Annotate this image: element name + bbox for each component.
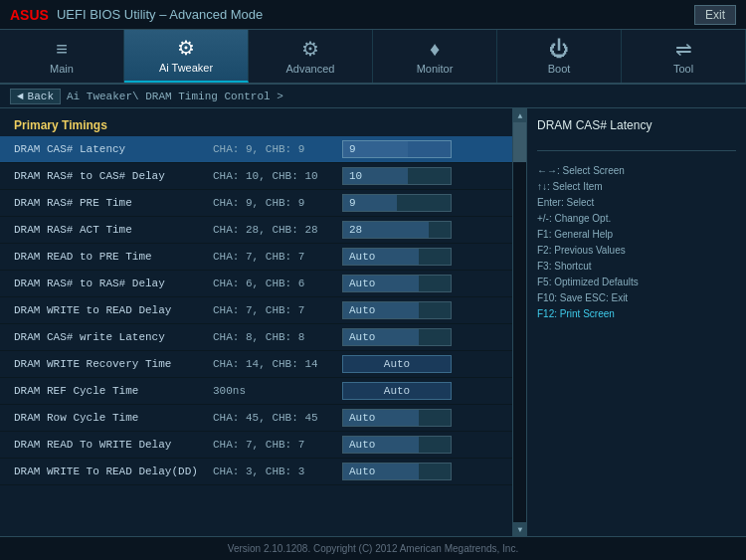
footer-text: Version 2.10.1208. Copyright (C) 2012 Am…	[228, 543, 518, 554]
nav-tab-label-ai-tweaker: Ai Tweaker	[159, 62, 213, 74]
right-panel: DRAM CAS# Latency ←→: Select Screen↑↓: S…	[527, 108, 746, 536]
nav-tab-label-advanced: Advanced	[286, 63, 335, 75]
value-button[interactable]: Auto	[342, 355, 452, 373]
value-text: 10	[349, 170, 362, 182]
help-item: F1: General Help	[537, 227, 736, 243]
nav-tab-advanced[interactable]: ⚙ Advanced	[249, 30, 373, 83]
header-title: UEFI BIOS Utility – Advanced Mode	[57, 7, 263, 22]
timing-value: Auto	[342, 436, 512, 454]
timing-name: DRAM WRITE To READ Delay(DD)	[14, 466, 213, 477]
nav-tab-label-boot: Boot	[548, 63, 571, 75]
right-divider	[537, 150, 736, 151]
table-row[interactable]: DRAM RAS# PRE Time CHA: 9, CHB: 9 9	[0, 190, 526, 217]
timing-name: DRAM RAS# to CAS# Delay	[14, 170, 213, 182]
timing-value: Auto	[342, 463, 512, 480]
table-row[interactable]: DRAM Row Cycle Time CHA: 45, CHB: 45 Aut…	[0, 405, 526, 432]
timing-name: DRAM RAS# to RAS# Delay	[14, 278, 213, 289]
left-panel: Primary Timings DRAM CAS# Latency CHA: 9…	[0, 108, 527, 536]
help-item: F12: Print Screen	[537, 306, 736, 322]
timing-name: DRAM Row Cycle Time	[14, 412, 213, 424]
nav-tab-ai-tweaker[interactable]: ⚙ Ai Tweaker	[124, 30, 249, 83]
table-row[interactable]: DRAM CAS# Latency CHA: 9, CHB: 9 9	[0, 136, 526, 163]
value-text: Auto	[349, 466, 375, 477]
main-content: Primary Timings DRAM CAS# Latency CHA: 9…	[0, 108, 746, 536]
nav-tab-main[interactable]: ≡ Main	[0, 30, 124, 83]
value-bar: Auto	[342, 463, 452, 480]
timing-cha: CHA: 28, CHB: 28	[213, 224, 342, 236]
timing-name: DRAM CAS# Latency	[14, 143, 213, 155]
timing-value: 28	[342, 221, 512, 239]
scrollbar[interactable]: ▲ ▼	[512, 108, 526, 536]
timing-value: Auto	[342, 382, 512, 400]
breadcrumb-path: Ai Tweaker\ DRAM Timing Control >	[67, 91, 283, 102]
nav-tab-icon-ai-tweaker: ⚙	[177, 38, 195, 58]
timing-cha: CHA: 7, CHB: 7	[213, 251, 342, 263]
value-bar: Auto	[342, 248, 452, 266]
scroll-down-arrow[interactable]: ▼	[513, 522, 527, 536]
nav-tab-monitor[interactable]: ♦ Monitor	[373, 30, 497, 83]
nav-tab-boot[interactable]: ⏻ Boot	[497, 30, 622, 83]
value-button[interactable]: Auto	[342, 382, 452, 400]
help-item: F2: Previous Values	[537, 243, 736, 259]
value-bar: Auto	[342, 328, 452, 346]
timing-cha: CHA: 9, CHB: 9	[213, 197, 342, 209]
help-item: Enter: Select	[537, 195, 736, 211]
table-row[interactable]: DRAM WRITE Recovery Time CHA: 14, CHB: 1…	[0, 351, 526, 378]
timing-value: 9	[342, 194, 512, 212]
timing-name: DRAM CAS# write Latency	[14, 331, 213, 343]
timing-name: DRAM READ To WRITE Delay	[14, 439, 213, 451]
timing-value: Auto	[342, 355, 512, 373]
left-panel-inner: Primary Timings DRAM CAS# Latency CHA: 9…	[0, 108, 526, 491]
scroll-track	[513, 122, 526, 522]
value-text: Auto	[349, 278, 375, 289]
breadcrumb: ◄ Back Ai Tweaker\ DRAM Timing Control >	[0, 85, 746, 108]
nav-tab-label-monitor: Monitor	[417, 63, 454, 75]
table-row[interactable]: DRAM RAS# ACT Time CHA: 28, CHB: 28 28	[0, 217, 526, 244]
header-logo: ASUS UEFI BIOS Utility – Advanced Mode	[10, 7, 263, 23]
value-text: Auto	[349, 251, 375, 263]
table-row[interactable]: DRAM CAS# write Latency CHA: 8, CHB: 8 A…	[0, 324, 526, 351]
nav-tab-icon-monitor: ♦	[430, 39, 440, 59]
nav-tab-tool[interactable]: ⇌ Tool	[622, 30, 746, 83]
timing-value: Auto	[342, 328, 512, 346]
table-row[interactable]: DRAM READ to PRE Time CHA: 7, CHB: 7 Aut…	[0, 244, 526, 271]
value-bar: 10	[342, 167, 452, 185]
value-text: Auto	[349, 331, 375, 343]
help-item: F5: Optimized Defaults	[537, 275, 736, 290]
timing-cha: CHA: 7, CHB: 7	[213, 304, 342, 316]
scroll-up-arrow[interactable]: ▲	[513, 108, 527, 122]
exit-button[interactable]: Exit	[694, 5, 736, 25]
timing-cha: CHA: 7, CHB: 7	[213, 439, 342, 451]
scroll-thumb[interactable]	[513, 122, 526, 162]
value-text: 9	[349, 197, 356, 209]
nav-tab-icon-boot: ⏻	[549, 39, 569, 59]
value-bar: Auto	[342, 301, 452, 319]
value-bar: 9	[342, 140, 452, 158]
value-text: Auto	[349, 412, 375, 424]
timing-rows: DRAM CAS# Latency CHA: 9, CHB: 9 9 DRAM …	[0, 136, 526, 485]
nav-tab-icon-advanced: ⚙	[301, 39, 319, 59]
table-row[interactable]: DRAM WRITE To READ Delay(DD) CHA: 3, CHB…	[0, 459, 526, 485]
help-item: ←→: Select Screen	[537, 163, 736, 179]
table-row[interactable]: DRAM RAS# to CAS# Delay CHA: 10, CHB: 10…	[0, 163, 526, 190]
timing-cha: CHA: 10, CHB: 10	[213, 170, 342, 182]
timing-name: DRAM REF Cycle Time	[14, 385, 213, 397]
value-bar: 28	[342, 221, 452, 239]
help-item: ↑↓: Select Item	[537, 179, 736, 195]
table-row[interactable]: DRAM REF Cycle Time 300ns Auto	[0, 378, 526, 405]
timing-cha: CHA: 45, CHB: 45	[213, 412, 342, 424]
table-row[interactable]: DRAM WRITE to READ Delay CHA: 7, CHB: 7 …	[0, 297, 526, 324]
right-panel-title: DRAM CAS# Latency	[537, 118, 736, 132]
timing-name: DRAM RAS# ACT Time	[14, 224, 213, 236]
timing-name: DRAM RAS# PRE Time	[14, 197, 213, 209]
footer: Version 2.10.1208. Copyright (C) 2012 Am…	[0, 536, 746, 560]
value-text: Auto	[349, 304, 375, 316]
table-row[interactable]: DRAM READ To WRITE Delay CHA: 7, CHB: 7 …	[0, 432, 526, 459]
timing-cha: CHA: 6, CHB: 6	[213, 278, 342, 289]
help-item: +/-: Change Opt.	[537, 211, 736, 227]
nav-tab-label-tool: Tool	[673, 63, 693, 75]
value-bar: Auto	[342, 436, 452, 454]
value-text: Auto	[349, 439, 375, 451]
table-row[interactable]: DRAM RAS# to RAS# Delay CHA: 6, CHB: 6 A…	[0, 271, 526, 297]
back-button[interactable]: ◄ Back	[10, 89, 61, 104]
